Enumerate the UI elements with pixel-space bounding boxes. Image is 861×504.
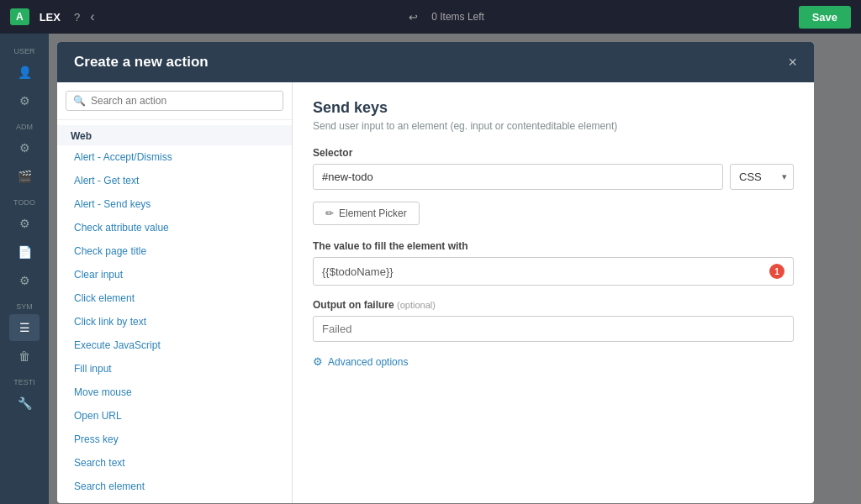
selector-label: Selector [313, 147, 794, 159]
sidebar-icon-testi1[interactable]: 🔧 [9, 390, 40, 417]
fill-value-input[interactable] [322, 265, 763, 278]
advanced-options-link[interactable]: ⚙ Advanced options [313, 355, 794, 368]
selector-type-select[interactable]: CSS XPath ID Name [730, 164, 794, 190]
back-icon[interactable]: ‹ [90, 9, 94, 24]
element-picker-label: Element Picker [339, 207, 407, 219]
sidebar-section-user: User [0, 47, 49, 55]
app-logo: A [10, 8, 29, 25]
output-label: Output on failure (optional) [313, 299, 794, 311]
action-item-search-text[interactable]: Search text [57, 451, 292, 475]
selector-type-wrap: CSS XPath ID Name [730, 164, 794, 190]
right-panel: Send keys Send user input to an element … [293, 82, 814, 503]
logo-letter: A [16, 11, 24, 23]
save-button[interactable]: Save [799, 6, 851, 29]
action-item-press-key[interactable]: Press key [57, 428, 292, 451]
sidebar-icon-todo3[interactable]: ⚙ [9, 267, 40, 294]
action-item-click-element[interactable]: Click element [57, 286, 292, 310]
sidebar-section-sym: Sym [0, 302, 49, 311]
sidebar-icon-user[interactable]: 👤 [9, 59, 40, 86]
action-item-check-attr[interactable]: Check attribute value [57, 216, 292, 239]
sidebar-icon-adm2[interactable]: 🎬 [9, 163, 40, 190]
output-optional-text: (optional) [397, 300, 436, 310]
action-item-search-element[interactable]: Search element [57, 475, 292, 498]
element-picker-button[interactable]: ✏ Element Picker [313, 202, 420, 225]
action-item-click-link[interactable]: Click link by text [57, 310, 292, 333]
action-item-open-url[interactable]: Open URL [57, 404, 292, 428]
action-item-alert-send[interactable]: Alert - Send keys [57, 192, 292, 216]
action-item-check-title[interactable]: Check page title [57, 239, 292, 263]
sidebar-icon-settings1[interactable]: ⚙ [9, 87, 40, 114]
sidebar-icon-sym1[interactable]: ☰ [9, 314, 40, 341]
sidebar-section-todo: Todo [0, 198, 49, 207]
panel-subtitle: Send user input to an element (eg. input… [313, 120, 794, 132]
fill-value-row: 1 [313, 257, 794, 286]
app-name: LEX [40, 11, 61, 24]
action-item-alert-get[interactable]: Alert - Get text [57, 169, 292, 192]
selector-input[interactable] [313, 164, 723, 190]
output-failure-input[interactable] [313, 316, 794, 342]
action-item-move-mouse[interactable]: Move mouse [57, 381, 292, 404]
items-left: 0 Items Left [431, 11, 484, 23]
search-input-wrap: 🔍 [66, 91, 283, 111]
advanced-label: Advanced options [328, 356, 408, 368]
selector-row: CSS XPath ID Name [313, 164, 794, 190]
help-icon[interactable]: ? [74, 11, 80, 24]
sidebar-icon-todo1[interactable]: ⚙ [9, 210, 40, 237]
output-label-text: Output on failure [313, 299, 394, 311]
modal-body: 🔍 Web Alert - Accept/Dismiss Alert - Get… [57, 82, 814, 503]
action-item-clear-input[interactable]: Clear input [57, 263, 292, 286]
action-item-execute-js[interactable]: Execute JavaScript [57, 333, 292, 357]
sidebar-icon-todo2[interactable]: 📄 [9, 239, 40, 265]
action-list: Web Alert - Accept/Dismiss Alert - Get t… [57, 120, 292, 503]
action-item-alert-accept[interactable]: Alert - Accept/Dismiss [57, 145, 292, 169]
top-bar: A LEX ? ‹ ↩ 0 Items Left Save [0, 0, 861, 34]
sidebar: User 👤 ⚙ Adm ⚙ 🎬 Todo ⚙ 📄 ⚙ Sym ☰ 🗑 Test… [0, 34, 49, 504]
search-action-input[interactable] [91, 95, 276, 107]
modal-header: Create a new action × [57, 42, 814, 82]
undo-icon: ↩ [409, 11, 418, 24]
left-panel: 🔍 Web Alert - Accept/Dismiss Alert - Get… [57, 82, 293, 503]
modal-close-button[interactable]: × [788, 55, 797, 70]
action-item-fill-input[interactable]: Fill input [57, 357, 292, 381]
advanced-gear-icon: ⚙ [313, 355, 323, 368]
output-section: Output on failure (optional) [313, 299, 794, 342]
fill-value-badge: 1 [769, 264, 784, 279]
panel-title: Send keys [313, 99, 794, 117]
action-category-web: Web [57, 125, 292, 145]
sidebar-section-adm: Adm [0, 123, 49, 131]
search-box-wrap: 🔍 [57, 82, 292, 120]
main-content: Create a new action × 🔍 Web Alert - A [49, 34, 861, 504]
search-icon: 🔍 [73, 95, 86, 107]
fill-value-section: The value to fill the element with 1 [313, 240, 794, 286]
modal-overlay: Create a new action × 🔍 Web Alert - A [49, 34, 861, 504]
sidebar-icon-adm1[interactable]: ⚙ [9, 134, 40, 161]
fill-value-label: The value to fill the element with [313, 240, 794, 252]
modal-title: Create a new action [74, 54, 209, 71]
modal: Create a new action × 🔍 Web Alert - A [57, 42, 814, 503]
pencil-icon: ✏ [325, 207, 334, 219]
sidebar-icon-sym2[interactable]: 🗑 [9, 343, 40, 370]
top-bar-center: ↩ 0 Items Left [105, 11, 789, 24]
sidebar-section-testi: Testi [0, 378, 49, 386]
